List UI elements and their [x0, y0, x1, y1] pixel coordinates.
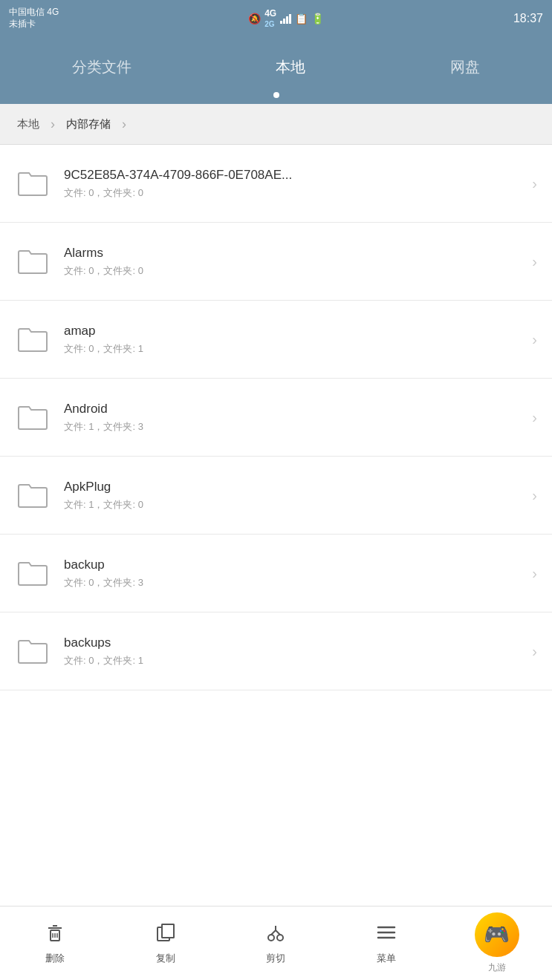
network-icon: 4G2G: [264, 8, 276, 29]
folder-icon: [15, 244, 51, 279]
file-meta: 文件: 0，文件夹: 0: [64, 264, 525, 278]
list-item[interactable]: Alarms 文件: 0，文件夹: 0 ›: [0, 223, 552, 301]
menu-icon: [375, 921, 397, 947]
chevron-right-icon: ›: [532, 175, 537, 192]
copy-icon: [155, 921, 177, 947]
file-name: 9C52E85A-374A-4709-866F-0E708AE...: [64, 168, 525, 183]
file-list: 9C52E85A-374A-4709-866F-0E708AE... 文件: 0…: [0, 145, 552, 906]
breadcrumb-local[interactable]: 本地: [11, 114, 45, 134]
file-info: backups 文件: 0，文件夹: 1: [64, 636, 525, 667]
file-info: backup 文件: 0，文件夹: 3: [64, 558, 525, 589]
file-name: ApkPlug: [64, 480, 525, 494]
file-info: ApkPlug 文件: 1，文件夹: 0: [64, 480, 525, 512]
file-meta: 文件: 1，文件夹: 0: [64, 498, 525, 512]
scissors-icon: [264, 921, 287, 947]
jiuyou-logo-button[interactable]: 🎮 九游: [475, 912, 519, 974]
bottom-toolbar: 删除 复制 剪切: [0, 906, 552, 980]
menu-label: 菜单: [377, 952, 396, 965]
file-meta: 文件: 0，文件夹: 1: [64, 654, 525, 667]
file-meta: 文件: 0，文件夹: 1: [64, 342, 525, 356]
chevron-right-icon: ›: [532, 253, 537, 270]
header-tabs: 分类文件 本地 网盘: [0, 37, 552, 104]
breadcrumb-sep: ›: [51, 117, 55, 132]
folder-icon: [15, 633, 51, 669]
menu-button[interactable]: 菜单: [364, 914, 409, 973]
status-bar: 中国电信 4G 未插卡 🔕 4G2G 📋 🔋 18:37: [0, 0, 552, 37]
delete-button[interactable]: 删除: [33, 914, 77, 973]
tab-cloud[interactable]: 网盘: [435, 50, 495, 85]
signal-icon: [280, 13, 291, 24]
folder-icon: [15, 477, 51, 513]
chevron-right-icon: ›: [532, 331, 537, 348]
chevron-right-icon: ›: [532, 643, 537, 660]
list-item[interactable]: ApkPlug 文件: 1，文件夹: 0 ›: [0, 457, 552, 535]
file-name: Alarms: [64, 246, 525, 261]
file-name: backups: [64, 636, 525, 650]
trash-icon: [44, 921, 66, 947]
file-meta: 文件: 0，文件夹: 0: [64, 186, 525, 200]
svg-line-11: [271, 930, 276, 935]
file-name: Android: [64, 402, 525, 416]
folder-icon: [15, 555, 51, 591]
svg-line-12: [276, 930, 280, 935]
file-meta: 文件: 1，文件夹: 3: [64, 420, 525, 434]
cut-label: 剪切: [266, 952, 285, 965]
file-info: Android 文件: 1，文件夹: 3: [64, 402, 525, 434]
file-name: backup: [64, 558, 525, 572]
cut-button[interactable]: 剪切: [253, 914, 298, 973]
folder-icon: [15, 321, 51, 357]
list-item[interactable]: 9C52E85A-374A-4709-866F-0E708AE... 文件: 0…: [0, 145, 552, 223]
svg-point-10: [277, 935, 283, 941]
tab-categorized[interactable]: 分类文件: [57, 50, 146, 85]
breadcrumb-internal[interactable]: 内部存储: [60, 114, 117, 134]
status-time: 18:37: [513, 12, 543, 25]
sim-icon: 📋: [295, 13, 308, 24]
tab-local[interactable]: 本地: [261, 50, 320, 85]
status-carrier: 中国电信 4G 未插卡: [9, 7, 59, 30]
list-item[interactable]: backup 文件: 0，文件夹: 3 ›: [0, 535, 552, 612]
svg-rect-7: [162, 924, 174, 938]
svg-point-9: [268, 935, 274, 941]
delete-label: 删除: [45, 952, 65, 965]
battery-icon: 🔋: [311, 13, 324, 24]
folder-icon: [15, 399, 51, 435]
file-meta: 文件: 0，文件夹: 3: [64, 576, 525, 589]
list-item[interactable]: Android 文件: 1，文件夹: 3 ›: [0, 379, 552, 457]
breadcrumb-sep2: ›: [122, 117, 126, 132]
breadcrumb: 本地 › 内部存储 ›: [0, 104, 552, 145]
list-item[interactable]: backups 文件: 0，文件夹: 1 ›: [0, 612, 552, 690]
copy-label: 复制: [156, 952, 175, 965]
jiuyou-label: 九游: [488, 961, 506, 974]
file-info: Alarms 文件: 0，文件夹: 0: [64, 246, 525, 278]
file-info: 9C52E85A-374A-4709-866F-0E708AE... 文件: 0…: [64, 168, 525, 200]
file-info: amap 文件: 0，文件夹: 1: [64, 324, 525, 356]
chevron-right-icon: ›: [532, 409, 537, 426]
status-icons: 🔕 4G2G 📋 🔋: [248, 8, 324, 29]
chevron-right-icon: ›: [532, 565, 537, 582]
folder-icon: [15, 166, 51, 201]
copy-button[interactable]: 复制: [143, 914, 188, 973]
mute-icon: 🔕: [248, 13, 261, 24]
chevron-right-icon: ›: [532, 487, 537, 504]
file-name: amap: [64, 324, 525, 339]
tab-active-indicator: [273, 92, 279, 98]
list-item[interactable]: amap 文件: 0，文件夹: 1 ›: [0, 301, 552, 379]
